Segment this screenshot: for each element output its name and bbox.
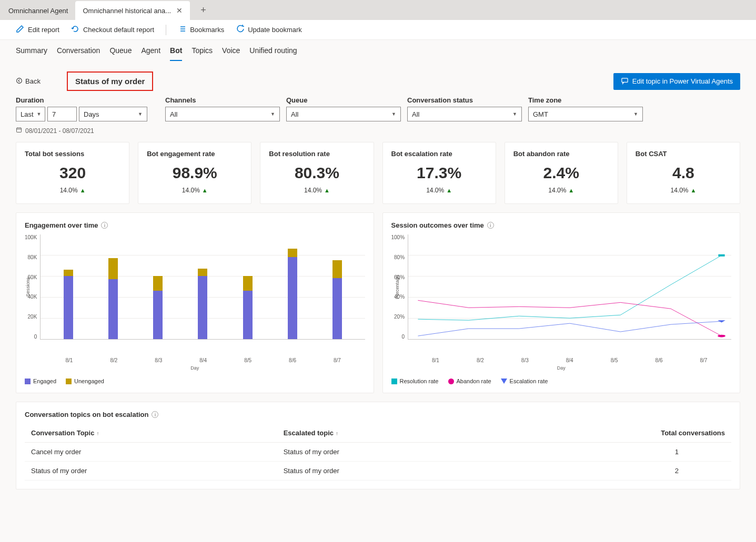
select-value: GMT [533, 110, 548, 118]
tab-omnichannel-agent[interactable]: Omnichannel Agent [1, 1, 75, 20]
legend-label: Engaged [33, 378, 56, 384]
chart-legend: Engaged Unengaged [25, 378, 365, 384]
cell-conversation-topic: Status of my order [25, 462, 277, 480]
cell-escalated-topic: Status of my order [277, 462, 491, 480]
kpi-title: Bot CSAT [636, 150, 731, 158]
filter-duration: Duration Last▼ 7 Days▼ [16, 96, 147, 121]
back-link[interactable]: Back [16, 77, 41, 86]
select-value: Last [21, 110, 34, 118]
kpi-trend: 14.0%▲ [147, 187, 243, 194]
bar-segment-engaged [332, 278, 342, 339]
duration-mode-select[interactable]: Last▼ [16, 107, 45, 121]
info-icon[interactable]: i [101, 222, 108, 229]
col-escalated-topic[interactable]: Escalated topic↑ [277, 424, 491, 443]
legend-item-engaged: Engaged [25, 378, 56, 384]
toolbar-label: Edit report [28, 26, 59, 34]
bar-stack [64, 270, 73, 339]
queue-select[interactable]: All▼ [286, 107, 401, 121]
chart-title: Engagement over time i [25, 221, 365, 229]
kpi-card: Bot abandon rate 2.4% 14.0%▲ [505, 142, 618, 204]
bar-group [196, 269, 209, 339]
filter-label: Conversation status [407, 96, 522, 104]
kpi-card: Bot CSAT 4.8 14.0%▲ [627, 142, 740, 204]
update-bookmark-button[interactable]: Update bookmark [236, 25, 302, 35]
kpi-title: Bot abandon rate [513, 150, 609, 158]
col-conversation-topic[interactable]: Conversation Topic↑ [25, 424, 277, 443]
chart-title: Session outcomes over time i [391, 221, 732, 229]
kpi-card: Bot resolution rate 80.3% 14.0%▲ [260, 142, 374, 204]
toolbar-label: Update bookmark [248, 26, 302, 34]
bar-stack [153, 276, 163, 339]
bar-stack [108, 258, 118, 339]
swatch-icon [66, 379, 72, 384]
conversation-status-select[interactable]: All▼ [407, 107, 522, 121]
bar-segment-engaged [198, 276, 207, 339]
select-value: All [291, 110, 298, 118]
svg-rect-1 [622, 78, 628, 82]
nav-topics[interactable]: Topics [191, 41, 213, 61]
nav-voice[interactable]: Voice [222, 41, 240, 61]
kpi-value: 80.3% [269, 164, 365, 181]
filters-row: Duration Last▼ 7 Days▼ Channels All▼ Que… [0, 96, 756, 125]
chevron-down-icon: ▼ [138, 111, 143, 117]
calendar-icon [16, 127, 22, 135]
col-label: Conversation Topic [31, 429, 94, 437]
chevron-down-icon: ▼ [391, 111, 396, 117]
bar-stack [332, 260, 342, 339]
kpi-trend: 14.0%▲ [25, 187, 120, 194]
line-series [418, 321, 721, 336]
bar-group [331, 260, 344, 339]
edit-topic-pva-button[interactable]: Edit topic in Power Virtual Agents [613, 73, 740, 90]
chart-engagement-over-time: Engagement over time i Sessions 100K80K6… [16, 212, 374, 393]
tab-add-button[interactable]: + [195, 5, 211, 16]
table-row[interactable]: Cancel my order Status of my order 1 [25, 443, 731, 462]
nav-summary[interactable]: Summary [16, 41, 47, 61]
channels-select[interactable]: All▼ [165, 107, 280, 121]
col-label: Total conversations [661, 429, 725, 437]
nav-queue[interactable]: Queue [109, 41, 132, 61]
bars-area [40, 234, 365, 340]
table-title-text: Conversation topics on bot escalation [25, 411, 148, 418]
info-icon[interactable]: i [152, 411, 158, 418]
cell-escalated-topic: Status of my order [277, 443, 491, 462]
chart-title-text: Session outcomes over time [391, 221, 484, 229]
line-svg [408, 234, 731, 339]
col-total-conversations[interactable]: Total conversations [491, 424, 731, 443]
checkout-default-report-button[interactable]: Checkout default report [71, 25, 154, 35]
edit-report-button[interactable]: Edit report [16, 25, 59, 35]
table-row[interactable]: Status of my order Status of my order 2 [25, 462, 731, 480]
bookmarks-button[interactable]: Bookmarks [178, 25, 224, 35]
filter-label: Duration [16, 96, 147, 104]
table-header-row: Conversation Topic↑ Escalated topic↑ Tot… [25, 424, 731, 443]
bar-stack [288, 249, 297, 339]
x-tick: 8/6 [289, 357, 296, 363]
trend-up-icon: ▲ [691, 187, 697, 193]
duration-unit-select[interactable]: Days▼ [79, 107, 147, 121]
duration-number-input[interactable]: 7 [47, 107, 77, 121]
nav-bot[interactable]: Bot [170, 41, 182, 61]
swatch-icon [448, 379, 454, 384]
escalation-table: Conversation Topic↑ Escalated topic↑ Tot… [25, 424, 731, 480]
kpi-card: Bot escalation rate 17.3% 14.0%▲ [382, 142, 496, 204]
legend-item-unengaged: Unengaged [66, 378, 104, 384]
svg-rect-2 [17, 128, 22, 132]
nav-agent[interactable]: Agent [141, 41, 160, 61]
kpi-value: 320 [25, 164, 120, 181]
chart-legend: Resolution rate Abandon rate Escalation … [391, 378, 732, 384]
kpi-trend: 14.0%▲ [269, 187, 365, 194]
toolbar-label: Bookmarks [190, 26, 224, 34]
close-icon[interactable]: ✕ [176, 6, 183, 15]
svg-point-0 [17, 78, 22, 83]
toolbar: Edit report Checkout default report Book… [0, 20, 756, 40]
kpi-title: Bot engagement rate [147, 150, 243, 158]
legend-label: Escalation rate [510, 378, 548, 384]
info-icon[interactable]: i [487, 222, 494, 229]
x-axis-ticks: 8/18/28/38/48/58/68/7 [25, 355, 365, 363]
bar-stack [243, 276, 253, 339]
nav-conversation[interactable]: Conversation [57, 41, 100, 61]
swatch-icon [501, 379, 507, 384]
timezone-select[interactable]: GMT▼ [528, 107, 643, 121]
tab-omnichannel-historical[interactable]: Omnichannel historical ana... ✕ [75, 1, 190, 20]
trend-up-icon: ▲ [202, 187, 208, 193]
nav-unified-routing[interactable]: Unified routing [249, 41, 297, 61]
